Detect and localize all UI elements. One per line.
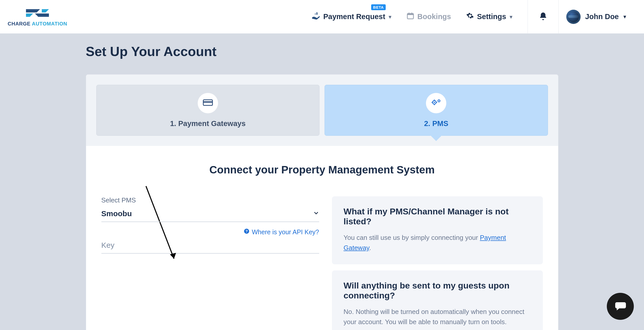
logo[interactable]: CHARGE AUTOMATION (8, 7, 67, 27)
tab-label: 1. Payment Gateways (170, 119, 246, 128)
beta-badge: BETA (371, 4, 386, 10)
faq-answer: You can still use us by simply connectin… (344, 232, 531, 253)
chat-icon (614, 299, 627, 313)
header-right: John Doe ▾ (528, 0, 636, 34)
tab-pms[interactable]: 2. PMS (325, 85, 548, 136)
top-nav: BETA $ Payment Request ▾ Bookings Settin… (312, 12, 512, 21)
faq-question: Will anything be sent to my guests upon … (344, 281, 531, 300)
credit-card-icon (203, 99, 213, 107)
tab-label: 2. PMS (424, 119, 448, 128)
tab-icon-circle (426, 93, 446, 113)
tab-payment-gateways[interactable]: 1. Payment Gateways (96, 85, 320, 136)
help-circle-icon: ? (244, 228, 250, 236)
faq-answer: No. Nothing will be turned on automatica… (344, 307, 531, 327)
svg-rect-2 (407, 13, 413, 15)
notifications-button[interactable] (528, 0, 558, 34)
svg-text:?: ? (246, 229, 248, 233)
svg-rect-6 (203, 101, 212, 103)
setup-card: 1. Payment Gateways 2. PMS Connect your … (86, 74, 558, 330)
page-body: Set Up Your Account 1. Payment Gateways (0, 34, 644, 330)
gear-icon (466, 12, 474, 21)
nav-label: Settings (477, 12, 506, 21)
logo-text: CHARGE AUTOMATION (8, 21, 67, 27)
gears-icon (431, 98, 441, 108)
setup-tabs: 1. Payment Gateways 2. PMS (86, 75, 558, 146)
faq-question: What if my PMS/Channel Manager is not li… (344, 207, 531, 226)
faq-item: Will anything be sent to my guests upon … (332, 270, 543, 330)
calendar-icon (407, 12, 414, 21)
app-header: CHARGE AUTOMATION BETA $ Payment Request… (0, 0, 644, 34)
tab-icon-circle (198, 93, 218, 113)
chat-launcher[interactable] (607, 293, 634, 320)
nav-settings[interactable]: Settings ▾ (466, 12, 512, 21)
pms-form: Select PMS Smoobu ? (101, 196, 319, 330)
api-key-input[interactable] (101, 241, 319, 250)
bell-icon (539, 12, 548, 22)
select-pms[interactable]: Smoobu (101, 207, 319, 222)
svg-rect-4 (411, 12, 412, 14)
nav-bookings[interactable]: Bookings (407, 12, 451, 21)
select-pms-label: Select PMS (101, 196, 319, 204)
where-api-key-link[interactable]: ? Where is your API Key? (244, 228, 319, 236)
svg-text:$: $ (316, 12, 318, 15)
api-key-field-wrap (101, 238, 319, 254)
hand-money-icon: $ (312, 12, 320, 21)
chevron-down-icon (313, 210, 319, 217)
svg-point-14 (439, 100, 439, 101)
svg-rect-3 (409, 12, 409, 14)
pms-panel: Connect your Property Management System … (86, 146, 558, 330)
svg-marker-16 (170, 253, 176, 259)
caret-down-icon: ▾ (389, 14, 391, 20)
avatar (566, 10, 581, 24)
faq-column: What if my PMS/Channel Manager is not li… (332, 196, 543, 330)
logo-mark-icon (23, 7, 51, 19)
nav-payment-request[interactable]: BETA $ Payment Request ▾ (312, 12, 391, 21)
nav-label: Bookings (417, 12, 451, 21)
caret-down-icon: ▾ (623, 13, 626, 20)
panel-title: Connect your Property Management System (101, 164, 543, 176)
caret-down-icon: ▾ (510, 14, 512, 20)
user-menu[interactable]: John Doe ▾ (559, 10, 636, 24)
nav-label: Payment Request (323, 12, 385, 21)
faq-item: What if my PMS/Channel Manager is not li… (332, 196, 543, 264)
user-name: John Doe (585, 12, 619, 21)
svg-point-8 (434, 102, 435, 103)
page-title: Set Up Your Account (86, 44, 558, 59)
link-text: Where is your API Key? (252, 228, 319, 236)
select-pms-value: Smoobu (101, 209, 132, 218)
